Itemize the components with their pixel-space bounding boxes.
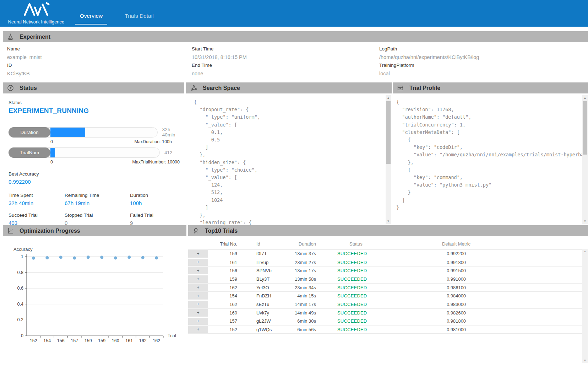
scroll-thumb[interactable] — [386, 101, 391, 164]
scroll-down-arrow[interactable]: ▼ — [582, 358, 588, 363]
expand-row-button[interactable]: + — [188, 325, 208, 333]
trialnum-progress: TrialNum 412 — [9, 147, 184, 158]
trial-duration-cell: 6min 56s — [295, 327, 337, 332]
app-header: Neural Network Intelligence Overview Tri… — [0, 0, 588, 27]
data-point — [155, 256, 158, 259]
trial-duration-cell: 23min 27s — [295, 260, 337, 265]
trial-profile-scrollbar[interactable]: ▲ ▼ — [582, 95, 588, 224]
experiment-col-2: Start Time 10/31/2018, 8:16:15 PM End Ti… — [192, 46, 247, 79]
y-tick-label: 0.4 — [17, 302, 23, 307]
medal-icon — [192, 227, 200, 235]
progress-fill — [50, 148, 55, 157]
x-tick-label: 161 — [125, 338, 133, 343]
data-point — [73, 257, 76, 260]
field-value: none — [192, 71, 247, 79]
scale-max: MaxDuration: 100h — [134, 139, 172, 144]
progress-value: 32h 40min — [162, 127, 184, 138]
trial-metric-cell: 0.992200 — [408, 251, 504, 256]
trial-id-cell: ITVup — [241, 260, 295, 265]
col-default-metric: Default Metric — [408, 241, 504, 247]
experiment-col-3: LogPath /home/quzha/nni/experiments/KCiB… — [379, 46, 479, 79]
top10-scrollbar[interactable]: ▲ ▼ — [582, 249, 588, 363]
table-row: +159t0I7T13min 37sSUCCEEDED0.992200 — [188, 249, 582, 258]
expand-row-button[interactable]: + — [188, 292, 208, 300]
field-value: 10/31/2018, 8:16:15 PM — [192, 54, 247, 63]
section-title: Search Space — [203, 85, 240, 91]
col-trial-no: Trial No. — [208, 241, 241, 247]
trial-duration-cell: 13min 58s — [295, 276, 337, 282]
trial-no-cell: 156 — [208, 268, 241, 273]
col-duration: Duration — [295, 241, 337, 247]
expand-row-button[interactable]: + — [188, 267, 208, 275]
tab-overview[interactable]: Overview — [75, 13, 107, 25]
field-label: LogPath — [379, 46, 479, 54]
trial-metric-cell: 0.982600 — [408, 310, 504, 316]
scroll-thumb[interactable] — [583, 101, 587, 155]
tab-trials-detail[interactable]: Trials Detail — [118, 13, 160, 19]
scale-max: MaxTrialNumber: 10000 — [132, 160, 180, 165]
scroll-down-arrow[interactable]: ▼ — [386, 219, 391, 224]
trial-id-cell: gL2JW — [241, 318, 295, 324]
top10-table: Trial No. Id Duration Status Default Met… — [188, 239, 582, 334]
trial-status-cell: SUCCEEDED — [337, 327, 408, 332]
table-row: +162sEzTu14min 17sSUCCEEDED0.983000 — [188, 300, 582, 308]
expand-row-button[interactable]: + — [188, 300, 208, 308]
trial-id-cell: g1WQs — [241, 327, 295, 332]
trial-status-cell: SUCCEEDED — [337, 276, 408, 282]
x-tick-label: 159 — [98, 338, 105, 343]
expand-row-button[interactable]: + — [188, 284, 208, 292]
field-value: /home/quzha/nni/experiments/KCiBytKB/log — [379, 54, 479, 63]
expand-row-button[interactable]: + — [188, 309, 208, 317]
trial-id-cell: t0I7T — [241, 251, 295, 256]
progress-value: 412 — [164, 150, 173, 155]
trial-status-cell: SUCCEEDED — [337, 310, 408, 316]
scroll-up-arrow[interactable]: ▲ — [386, 95, 391, 101]
status-field-label: Status — [9, 100, 184, 105]
trial-metric-cell: 0.981000 — [408, 327, 504, 332]
table-row: +161ITVup23min 27sSUCCEEDED0.991800 — [188, 258, 582, 267]
trial-id-cell: sEzTu — [241, 302, 295, 307]
trial-profile-json: { "revision": 11768, "authorName": "defa… — [396, 98, 588, 211]
expand-row-button[interactable]: + — [188, 275, 208, 283]
molecule-icon — [190, 85, 197, 92]
best-accuracy: Best Accuracy 0.992200 — [9, 171, 184, 187]
experiment-section-header: Experiment — [3, 31, 588, 42]
field-label: Start Time — [192, 46, 247, 54]
field-label: Name — [7, 46, 42, 54]
progress-fill — [50, 128, 85, 137]
table-row: +154FnDZH4min 15sSUCCEEDED0.984000 — [188, 291, 582, 300]
trial-duration-cell: 6min 30s — [295, 318, 337, 324]
trial-status-cell: SUCCEEDED — [337, 318, 408, 324]
col-id: Id — [241, 241, 295, 247]
progress-label-pill: Duration — [9, 127, 50, 138]
y-tick-label: 1 — [21, 254, 23, 259]
table-row: +160Uvk7y14min 49sSUCCEEDED0.982600 — [188, 308, 582, 317]
status-stats: Time Spent 32h 40min Remaining Time 67h … — [9, 193, 184, 228]
search-space-scrollbar[interactable]: ▲ ▼ — [386, 95, 391, 224]
trial-metric-cell: 0.991000 — [408, 276, 504, 282]
x-tick-label: 162 — [139, 338, 147, 343]
scroll-up-arrow[interactable]: ▲ — [582, 95, 588, 101]
experiment-status-value: EXPERIMENT_RUNNING — [9, 107, 184, 115]
trial-metric-cell: 0.983000 — [408, 302, 504, 307]
x-tick-label: 154 — [43, 338, 51, 343]
trial-no-cell: 160 — [208, 310, 241, 316]
stat-remaining-time: Remaining Time 67h 19min — [65, 193, 130, 208]
scroll-up-arrow[interactable]: ▲ — [582, 249, 588, 254]
table-row: +159BLy3T13min 58sSUCCEEDED0.991000 — [188, 275, 582, 283]
expand-row-button[interactable]: + — [188, 258, 208, 267]
stat-value: 0.992200 — [9, 179, 184, 187]
table-row: +152g1WQs6min 56sSUCCEEDED0.981000 — [188, 325, 582, 334]
trial-no-cell: 157 — [208, 318, 241, 324]
expand-row-button[interactable]: + — [188, 317, 208, 325]
trial-metric-cell: 0.991800 — [408, 260, 504, 265]
trial-no-cell: 162 — [208, 285, 241, 290]
stat-label: Best Accuracy — [9, 171, 184, 179]
duration-progress: Duration 32h 40min — [9, 127, 184, 138]
data-point — [32, 257, 35, 260]
logo-caption: Neural Network Intelligence — [5, 20, 67, 25]
optimization-section-header: Optimization Progress — [3, 225, 186, 236]
field-value: local — [379, 71, 479, 79]
expand-row-button[interactable]: + — [188, 249, 208, 258]
scroll-down-arrow[interactable]: ▼ — [582, 219, 588, 224]
